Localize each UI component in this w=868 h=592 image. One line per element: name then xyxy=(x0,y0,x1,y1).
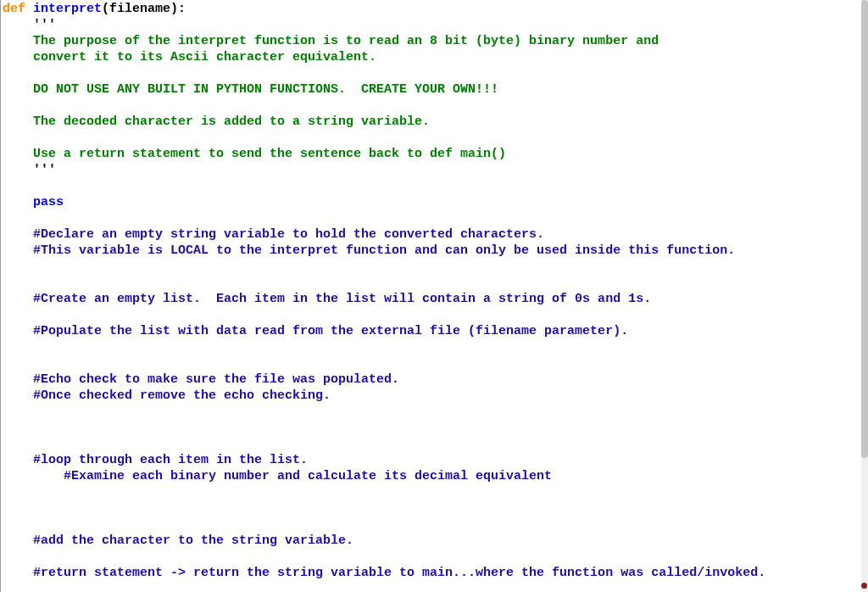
comment-line: #loop through each item in the list. xyxy=(33,453,308,467)
comment-line: #Echo check to make sure the file was po… xyxy=(33,372,399,387)
docstring-line: Use a return statement to send the sente… xyxy=(33,147,506,161)
comment-line: #return statement -> return the string v… xyxy=(33,566,765,580)
function-name: interpret xyxy=(33,2,102,16)
scroll-indicator-icon xyxy=(861,583,867,589)
docstring-open: ''' xyxy=(33,18,56,32)
docstring-line: The purpose of the interpret function is… xyxy=(33,34,659,48)
param-filename: filename xyxy=(109,2,170,16)
scrollbar-thumb[interactable] xyxy=(861,0,868,458)
vertical-scrollbar[interactable] xyxy=(861,0,868,592)
keyword-pass: pass xyxy=(33,195,64,209)
comment-line: #add the character to the string variabl… xyxy=(33,533,353,548)
code-editor[interactable]: def interpret(filename): ''' The purpose… xyxy=(0,0,861,592)
docstring-close: ''' xyxy=(33,163,56,177)
keyword-def: def xyxy=(3,2,25,16)
comment-line: #This variable is LOCAL to the interpret… xyxy=(33,243,735,258)
comment-line: #Declare an empty string variable to hol… xyxy=(33,227,544,242)
open-paren: ( xyxy=(102,2,109,16)
docstring-line: The decoded character is added to a stri… xyxy=(33,114,430,129)
comment-line: #Create an empty list. Each item in the … xyxy=(33,292,651,306)
docstring-line: convert it to its Ascii character equiva… xyxy=(33,50,376,64)
close-paren-colon: ): xyxy=(170,2,186,16)
comment-line: #Populate the list with data read from t… xyxy=(33,324,628,338)
comment-line: #Once checked remove the echo checking. xyxy=(33,388,331,403)
docstring-line: DO NOT USE ANY BUILT IN PYTHON FUNCTIONS… xyxy=(33,82,498,97)
comment-line: #Examine each binary number and calculat… xyxy=(64,469,552,483)
